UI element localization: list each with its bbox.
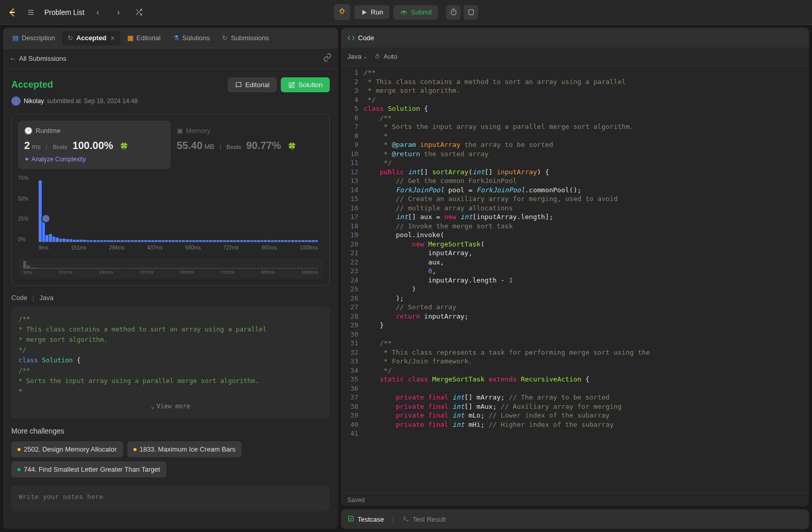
problem-list-button[interactable]: Problem List: [44, 8, 84, 16]
analyze-complexity-link[interactable]: ✦ Analyze Complexity: [24, 156, 164, 163]
trophy-icon: 🍀: [120, 142, 128, 151]
chevron-down-icon: ⌄: [151, 402, 155, 411]
tab-accepted[interactable]: ↻ Accepted ×: [62, 31, 120, 45]
challenge-pill[interactable]: 2502. Design Memory Allocator: [11, 441, 123, 457]
notes-input[interactable]: [11, 486, 330, 511]
svg-rect-15: [469, 10, 473, 15]
close-icon[interactable]: ×: [111, 34, 115, 42]
user-marker: [41, 214, 50, 223]
testcase-tab[interactable]: Testcase: [347, 515, 384, 524]
editorial-button[interactable]: Editorial: [228, 77, 277, 92]
code-tab[interactable]: Code: [347, 34, 374, 42]
view-more-button[interactable]: ⌄ View more: [19, 396, 323, 411]
runtime-stat[interactable]: 🕐Runtime 2 ms | Beats 100.00% 🍀 ✦ Analyz…: [18, 121, 171, 169]
tab-solutions[interactable]: ⚗ Solutions: [168, 31, 215, 45]
debug-button[interactable]: [334, 4, 350, 20]
svg-rect-6: [341, 9, 343, 13]
submit-label: Submit: [411, 8, 432, 16]
terminal-icon: [402, 515, 410, 524]
arrow-left-icon: ←: [9, 55, 16, 62]
left-panel: ▤ Description ↻ Accepted × ▦ Editorial ⚗…: [3, 28, 338, 529]
runtime-distribution-chart[interactable]: 75%50%25%0% 9ms151ms294ms437ms580ms722ms…: [18, 175, 323, 255]
user-link[interactable]: Nikolay: [24, 97, 44, 105]
challenge-pill[interactable]: 1833. Maximum Ice Cream Bars: [127, 441, 242, 457]
lock-icon: [375, 53, 380, 60]
svg-marker-10: [362, 10, 366, 14]
tab-editorial[interactable]: ▦ Editorial: [122, 31, 166, 45]
chevron-down-icon: ⌄: [363, 54, 367, 59]
clock-icon: 🕐: [24, 127, 32, 135]
check-icon: [347, 515, 354, 524]
difficulty-dot: [18, 448, 21, 451]
lang-label: Java: [39, 294, 53, 302]
status-title: Accepted: [11, 79, 53, 90]
challenge-pill[interactable]: 744. Find Smallest Letter Greater Than T…: [11, 461, 166, 477]
topbar: Problem List ‹ › Run Submit: [0, 0, 812, 25]
code-preview: /** * This class contains a method to so…: [11, 307, 330, 419]
code-label: Code: [11, 294, 27, 302]
language-selector[interactable]: Java ⌄: [347, 53, 367, 60]
difficulty-dot: [18, 468, 21, 471]
sparkle-icon: ✦: [24, 156, 29, 163]
avatar[interactable]: [11, 96, 21, 106]
autocomplete-toggle[interactable]: Auto: [375, 53, 397, 60]
submit-button[interactable]: Submit: [394, 5, 438, 20]
left-tabs: ▤ Description ↻ Accepted × ▦ Editorial ⚗…: [3, 28, 338, 48]
run-button[interactable]: Run: [354, 5, 390, 19]
next-problem-icon[interactable]: ›: [111, 5, 126, 20]
list-icon[interactable]: [24, 5, 38, 20]
prev-problem-icon[interactable]: ‹: [91, 5, 105, 20]
stats-card: 🕐Runtime 2 ms | Beats 100.00% 🍀 ✦ Analyz…: [11, 114, 330, 286]
tab-description[interactable]: ▤ Description: [7, 31, 60, 45]
svg-rect-16: [376, 56, 379, 58]
run-label: Run: [371, 8, 383, 16]
test-result-tab[interactable]: Test Result: [402, 515, 446, 524]
chart-minimap[interactable]: 9ms151ms294ms437ms580ms722ms865ms1008ms: [18, 258, 323, 279]
leetcode-logo[interactable]: [6, 7, 18, 18]
bottom-tabs: Testcase | Test Result: [341, 509, 809, 529]
shuffle-icon[interactable]: [132, 5, 146, 20]
solution-button[interactable]: Solution: [281, 77, 330, 92]
memory-stat[interactable]: ▣Memory 55.40 MB | Beats 90.77% 🍀: [171, 121, 323, 169]
svg-line-5: [137, 10, 138, 11]
difficulty-dot: [133, 448, 137, 451]
right-panel: Code Java ⌄ Auto 12345678910111213141516…: [341, 28, 809, 529]
svg-rect-17: [348, 516, 353, 521]
saved-status: Saved: [347, 496, 365, 504]
back-all-submissions[interactable]: ← All Submissions: [9, 55, 66, 62]
link-icon[interactable]: [323, 53, 332, 64]
code-editor[interactable]: 1234567891011121314151617181920212223242…: [341, 66, 809, 493]
chip-icon: ▣: [177, 127, 183, 135]
trophy-icon: 🍀: [287, 142, 296, 151]
more-challenges-header: More challenges: [11, 427, 330, 435]
tab-submissions[interactable]: ↻ Submissions: [217, 31, 274, 45]
submitted-info: Nikolay submitted at Sep 18, 2024 14:48: [11, 96, 330, 106]
timer-icon[interactable]: [446, 5, 461, 20]
notes-icon[interactable]: [464, 5, 478, 20]
code-panel: Code Java ⌄ Auto 12345678910111213141516…: [341, 28, 809, 506]
